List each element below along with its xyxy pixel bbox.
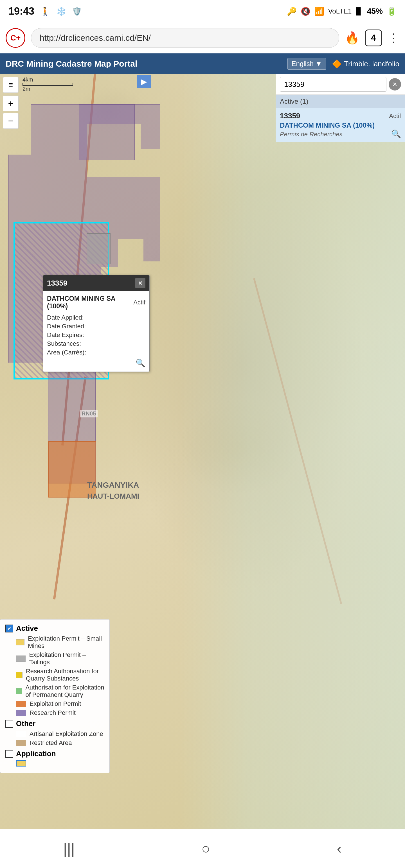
nav-back-button[interactable]: ‹ [337,840,342,857]
result-item[interactable]: 13359 Actif DATHCOM MINING SA (100%) Per… [276,108,405,142]
search-bar-container: × [276,74,405,95]
application-section-label: Application [16,749,56,758]
language-selector[interactable]: English ▼ [287,58,326,70]
legend-item-restricted: Restricted Area [16,739,104,747]
search-input[interactable] [280,77,386,92]
nav-home-button[interactable]: ○ [201,840,210,857]
legend-item-artisanal: Artisanal Exploitation Zone [16,730,104,738]
zoom-out-button[interactable]: − [3,113,19,129]
popup-body: DATHCOM MINING SA (100%) Actif Date Appl… [43,291,149,372]
legend-active-section: ✓ Active Exploitation Permit – Small Min… [5,624,104,716]
popup-date-applied: Date Applied: [47,314,145,321]
popup-substances: Substances: [47,340,145,347]
browser-logo: C+ [6,28,25,48]
popup: 13359 × DATHCOM MINING SA (100%) Actif D… [43,275,150,372]
bottom-nav-bar: ||| ○ ‹ [0,829,405,868]
zoom-in-button[interactable]: + [3,96,19,111]
battery-level: 45% [367,7,383,16]
result-zoom-icon[interactable]: 🔍 [391,129,401,138]
result-company: DATHCOM MINING SA (100%) [280,121,401,129]
chevron-down-icon: ▼ [315,60,322,68]
result-type: Permis de Recherches [280,131,343,138]
app-header: DRC Mining Cadastre Map Portal English ▼… [0,53,405,74]
mute-icon: 🔇 [301,7,311,16]
app-title: DRC Mining Cadastre Map Portal [6,59,137,69]
result-id: 13359 [280,112,300,120]
person-walking-icon: 🚶 [40,6,50,16]
search-panel: × Active (1) 13359 Actif DATHCOM MINING … [276,74,405,142]
nav-menu-button[interactable]: ||| [63,840,75,857]
haut-lomami-label: HAUT-LOMAMI [87,492,139,501]
search-clear-button[interactable]: × [389,78,401,91]
battery-icon: 🔋 [387,7,397,16]
scale-bar: 4km 2mi [23,76,73,92]
active-checkbox[interactable]: ✓ [5,625,13,632]
popup-company: DATHCOM MINING SA (100%) [47,295,133,310]
popup-close-button[interactable]: × [135,278,145,288]
tab-count-button[interactable]: 4 [365,30,382,46]
legend-item-permanent-quarry: Authorisation for Exploitation of Perman… [16,684,104,699]
mining-area-gray[interactable] [87,233,111,264]
menu-toggle-button[interactable]: ≡ [3,77,19,93]
map-toolbar: ≡ [0,74,21,96]
tanganyika-label: TANGANYIKA [87,480,139,490]
map-container[interactable]: DRC Mining Cadastre Map Portal English ▼… [0,53,405,829]
legend-item-exploitation: Exploitation Permit [16,700,104,708]
legend-item-small-mines: Exploitation Permit – Small Mines [16,635,104,650]
popup-zoom-button[interactable]: 🔍 [47,359,145,368]
time-display: 19:43 [8,5,34,17]
popup-date-expires: Date Expires: [47,332,145,339]
mining-area-top-right[interactable] [79,104,135,160]
popup-date-granted: Date Granted: [47,323,145,330]
key-icon: 🔑 [287,7,297,16]
result-status-badge: Actif [389,113,401,120]
popup-header: 13359 × [43,275,149,291]
trimble-brand: 🔶 Trimble. landfolio [332,59,399,69]
shield-icon: 🛡️ [72,7,82,16]
results-header: Active (1) [276,95,405,108]
snowflake-icon: ❄️ [56,6,66,16]
map-right-area [180,53,405,829]
fire-icon[interactable]: 🔥 [345,31,359,45]
other-section-label: Other [16,719,35,728]
browser-menu-icon[interactable]: ⋮ [387,31,399,45]
legend-application-section: Application [5,749,104,767]
application-checkbox[interactable] [5,750,13,758]
navigate-arrow[interactable]: ▶ [137,75,151,88]
legend-other-section: Other Artisanal Exploitation Zone Restri… [5,719,104,747]
popup-area: Area (Carrés): [47,349,145,356]
popup-status: Actif [133,299,145,306]
legend-item-quarry-auth: Research Authorisation for Quarry Substa… [16,668,104,682]
legend-item-application-partial [16,761,104,767]
rn05-label: RN05 [80,410,97,417]
signal-strength: VoLTE1 ▐▌ [328,7,363,15]
other-checkbox[interactable] [5,720,13,728]
legend-item-tailings: Exploitation Permit – Tailings [16,651,104,666]
active-section-label: Active [16,624,38,633]
legend-item-research: Research Permit [16,709,104,716]
legend-panel: ✓ Active Exploitation Permit – Small Min… [0,619,110,773]
wifi-icon: 📶 [314,7,324,16]
url-bar[interactable]: http://drclicences.cami.cd/EN/ [31,28,339,48]
